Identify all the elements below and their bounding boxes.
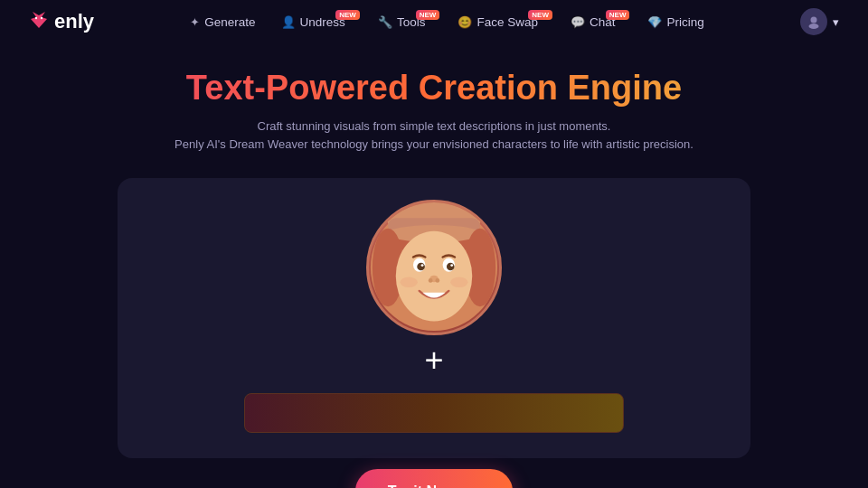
cta-section: Try it Now → [0,469,868,488]
nav-item-pricing[interactable]: 💎 Pricing [638,12,712,33]
svg-point-20 [435,278,439,283]
logo-icon [29,10,49,34]
svg-point-15 [447,263,455,271]
main-card: + [118,178,750,458]
nav-label-generate: Generate [204,15,255,29]
svg-point-21 [401,277,418,288]
svg-point-3 [809,23,819,29]
svg-point-16 [421,264,424,267]
undress-icon: 👤 [281,15,296,29]
svg-point-2 [811,17,817,23]
svg-point-22 [450,277,467,288]
faceswap-icon: 😊 [458,15,472,29]
nav-links: ✦ Generate 👤 Undress NEW 🔧 Tools NEW 😊 F… [181,12,712,33]
chat-icon: 💬 [571,15,585,29]
nav-user[interactable]: ▾ [800,8,839,35]
logo[interactable]: enly [29,10,94,34]
svg-point-0 [35,16,37,18]
pricing-icon: 💎 [647,15,662,29]
nav-item-chat[interactable]: 💬 Chat NEW [561,12,632,33]
user-chevron: ▾ [833,15,839,29]
try-it-now-button[interactable]: Try it Now → [355,469,513,488]
svg-point-19 [429,278,433,283]
generate-icon: ✦ [190,15,200,29]
text-input-bar[interactable] [244,393,624,433]
faceswap-badge: NEW [528,10,552,20]
plus-icon: + [424,344,443,377]
chat-badge: NEW [606,10,630,20]
tools-icon: 🔧 [378,15,392,29]
svg-point-14 [417,263,425,271]
svg-point-17 [450,264,453,267]
tools-badge: NEW [416,10,440,20]
avatar-container: + [366,200,502,377]
svg-point-1 [41,16,42,18]
nav-item-undress[interactable]: 👤 Undress NEW [272,12,362,33]
avatar[interactable] [800,8,827,35]
cta-label: Try it Now [388,483,457,488]
brand-name: enly [54,10,94,33]
nav-item-tools[interactable]: 🔧 Tools NEW [369,12,442,33]
face-avatar [366,200,502,335]
hero-subtitle-line2: Penly AI's Dream Weaver technology bring… [18,136,850,155]
nav-label-pricing: Pricing [666,15,703,29]
hero-section: Text-Powered Creation Engine Craft stunn… [0,43,868,169]
arrow-icon: → [464,482,480,488]
nav-item-faceswap[interactable]: 😊 Face Swap NEW [448,12,554,33]
nav-item-generate[interactable]: ✦ Generate [181,12,264,33]
undress-badge: NEW [335,10,360,20]
hero-subtitle-line1: Craft stunning visuals from simple text … [18,117,850,136]
navbar: enly ✦ Generate 👤 Undress NEW 🔧 Tools NE… [0,0,868,43]
hero-title: Text-Powered Creation Engine [18,69,850,108]
